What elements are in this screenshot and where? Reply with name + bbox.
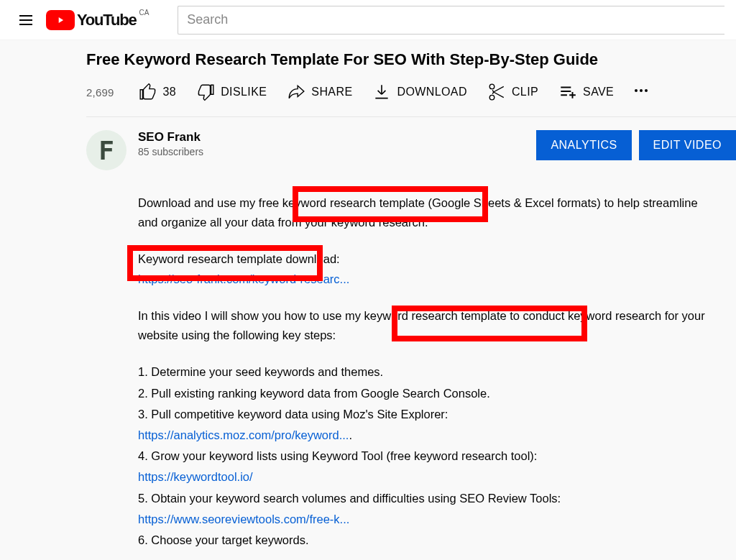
edit-video-button[interactable]: EDIT VIDEO bbox=[639, 130, 736, 160]
steps-list: 1. Determine your seed keywords and them… bbox=[138, 362, 713, 550]
download-label-text: Keyword research template download: bbox=[138, 252, 340, 265]
action-bar: 2,699 38 DISLIKE SHARE DOWNLOAD CLIP bbox=[86, 78, 736, 117]
step-3-text: 3. Pull competitive keyword data using M… bbox=[138, 408, 448, 421]
youtube-logo-link[interactable]: YouTube CA bbox=[46, 10, 149, 30]
more-actions-button[interactable] bbox=[625, 78, 657, 106]
more-horizontal-icon bbox=[632, 82, 650, 99]
download-label: DOWNLOAD bbox=[397, 86, 466, 98]
watch-page: Free Keyword Research Template For SEO W… bbox=[0, 40, 736, 550]
description-download-block: Keyword research template download: http… bbox=[138, 249, 713, 288]
download-link[interactable]: https://seo-frank.com/keyword-researc... bbox=[138, 272, 349, 285]
svg-point-2 bbox=[645, 89, 648, 92]
step-3-dot: . bbox=[349, 428, 352, 441]
scissors-icon bbox=[487, 83, 506, 101]
youtube-logo: YouTube bbox=[46, 10, 136, 30]
description-paragraph-1: Download and use my free keyword researc… bbox=[138, 193, 713, 232]
like-button[interactable]: 38 bbox=[130, 78, 185, 106]
masthead: YouTube CA bbox=[0, 0, 736, 40]
video-description: Download and use my free keyword researc… bbox=[138, 193, 713, 550]
hamburger-icon bbox=[17, 12, 34, 29]
step-4-link[interactable]: https://keywordtool.io/ bbox=[138, 470, 253, 483]
save-button[interactable]: SAVE bbox=[550, 78, 622, 106]
clip-button[interactable]: CLIP bbox=[479, 78, 547, 106]
hamburger-menu-button[interactable] bbox=[12, 6, 40, 35]
subscriber-count: 85 subscribers bbox=[138, 146, 203, 157]
step-3-link[interactable]: https://analytics.moz.com/pro/keyword... bbox=[138, 428, 349, 441]
search-container bbox=[178, 6, 724, 35]
avatar-letter: F bbox=[98, 136, 114, 165]
analytics-button[interactable]: ANALYTICS bbox=[536, 130, 631, 160]
step-6: 6. Choose your target keywords. bbox=[138, 531, 713, 550]
search-input[interactable] bbox=[178, 6, 724, 35]
youtube-wordmark: YouTube bbox=[77, 11, 136, 29]
video-title: Free Keyword Research Template For SEO W… bbox=[86, 50, 736, 69]
like-count: 38 bbox=[163, 86, 177, 98]
step-1: 1. Determine your seed keywords and them… bbox=[138, 362, 713, 382]
step-3: 3. Pull competitive keyword data using M… bbox=[138, 405, 713, 424]
dislike-button[interactable]: DISLIKE bbox=[188, 78, 275, 106]
step-5: 5. Obtain your keyword search volumes an… bbox=[138, 489, 713, 508]
share-icon bbox=[287, 83, 305, 101]
channel-avatar[interactable]: F bbox=[86, 130, 126, 170]
clip-label: CLIP bbox=[512, 86, 538, 98]
save-label: SAVE bbox=[583, 86, 614, 98]
youtube-play-icon bbox=[46, 10, 75, 30]
view-count: 2,699 bbox=[86, 86, 114, 98]
thumbs-down-icon bbox=[196, 83, 215, 101]
step-4: 4. Grow your keyword lists using Keyword… bbox=[138, 446, 713, 466]
description-paragraph-3: In this video I will show you how to use… bbox=[138, 306, 713, 345]
step-2: 2. Pull existing ranking keyword data fr… bbox=[138, 384, 713, 403]
svg-point-0 bbox=[635, 89, 638, 92]
download-button[interactable]: DOWNLOAD bbox=[364, 78, 475, 106]
thumbs-up-icon bbox=[139, 83, 157, 101]
dislike-label: DISLIKE bbox=[221, 86, 267, 98]
download-icon bbox=[372, 83, 391, 101]
svg-point-1 bbox=[640, 89, 643, 92]
share-button[interactable]: SHARE bbox=[278, 78, 361, 106]
channel-row: F SEO Frank 85 subscribers ANALYTICS EDI… bbox=[86, 117, 736, 170]
channel-name[interactable]: SEO Frank bbox=[138, 130, 203, 144]
country-code: CA bbox=[139, 9, 149, 17]
share-label: SHARE bbox=[311, 86, 352, 98]
playlist-add-icon bbox=[558, 83, 577, 101]
step-5-link[interactable]: https://www.seoreviewtools.com/free-k... bbox=[138, 513, 349, 525]
